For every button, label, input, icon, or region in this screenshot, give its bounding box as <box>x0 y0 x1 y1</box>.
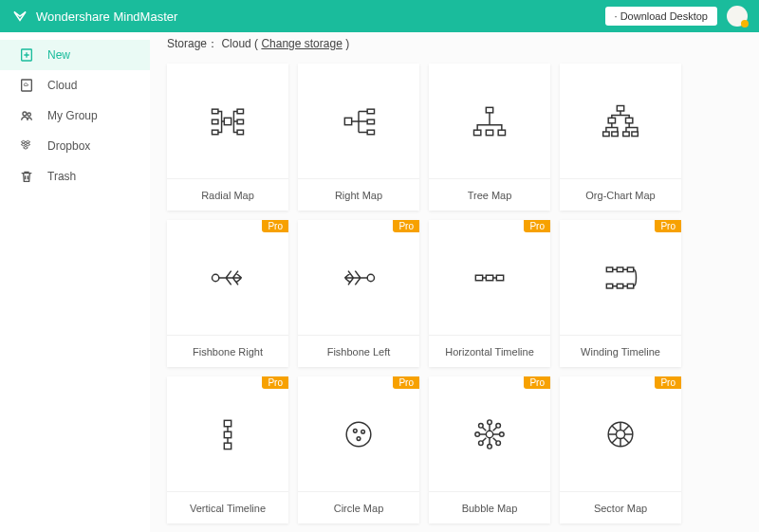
svg-rect-11 <box>344 118 351 124</box>
sidebar-item-cloud[interactable]: Cloud <box>0 70 150 101</box>
svg-rect-14 <box>367 130 374 135</box>
svg-point-3 <box>28 113 30 116</box>
template-card-tree-map[interactable]: Tree Map <box>429 64 550 211</box>
svg-point-40 <box>346 422 371 447</box>
storage-prefix: Storage： <box>167 37 218 50</box>
svg-point-46 <box>488 444 492 449</box>
sidebar-item-label: Trash <box>47 170 76 183</box>
svg-rect-1 <box>22 80 32 91</box>
svg-point-50 <box>496 423 501 428</box>
template-card-fishbone-left[interactable]: Pro Fishbone Left <box>298 220 419 367</box>
template-card-bubble-map[interactable]: Pro Bubble Map <box>429 376 550 523</box>
svg-rect-28 <box>475 275 482 281</box>
template-card-horizontal-timeline[interactable]: Pro Horizontal Timeline <box>429 220 550 367</box>
template-card-fishbone-right[interactable]: Pro Fishbone Right <box>167 220 288 367</box>
template-grid: Radial Map Right Map Tree Map Org-Chart … <box>167 64 742 523</box>
bubble-map-icon <box>429 376 550 491</box>
template-label: Fishbone Left <box>298 335 419 367</box>
template-card-radial-map[interactable]: Radial Map <box>167 64 288 211</box>
svg-point-49 <box>479 423 484 428</box>
template-label: Bubble Map <box>429 491 550 523</box>
svg-rect-22 <box>603 132 609 137</box>
svg-rect-15 <box>486 107 492 113</box>
radial-map-icon <box>167 64 288 178</box>
svg-rect-30 <box>496 275 503 281</box>
sidebar-item-mygroup[interactable]: My Group <box>0 101 150 131</box>
logo-icon <box>11 8 28 25</box>
template-label: Radial Map <box>167 178 288 211</box>
sidebar-item-dropbox[interactable]: Dropbox <box>0 131 150 161</box>
svg-point-44 <box>486 431 492 437</box>
svg-rect-17 <box>486 130 492 136</box>
template-label: Sector Map <box>560 491 681 523</box>
sidebar: New Cloud My Group Dropbox Trash <box>0 32 150 532</box>
svg-rect-4 <box>224 118 231 124</box>
download-desktop-button[interactable]: · Download Desktop <box>605 7 717 26</box>
dropbox-icon <box>19 138 34 154</box>
template-label: Tree Map <box>429 178 550 211</box>
svg-rect-18 <box>498 130 505 136</box>
tree-map-icon <box>429 64 550 178</box>
cloud-icon <box>19 78 34 93</box>
svg-rect-20 <box>608 118 615 122</box>
svg-rect-10 <box>237 130 243 135</box>
change-storage-link[interactable]: Change storage <box>261 37 342 50</box>
horizontal-timeline-icon <box>429 220 550 335</box>
template-card-vertical-timeline[interactable]: Pro Vertical Timeline <box>167 376 288 523</box>
pro-badge: Pro <box>524 220 550 232</box>
avatar[interactable] <box>727 6 748 27</box>
svg-rect-38 <box>224 431 231 437</box>
svg-rect-23 <box>612 132 618 137</box>
svg-rect-9 <box>237 119 243 124</box>
sector-map-icon <box>560 376 681 491</box>
svg-rect-24 <box>623 132 629 137</box>
svg-point-26 <box>213 274 219 281</box>
svg-rect-8 <box>237 109 243 114</box>
svg-point-27 <box>367 274 374 281</box>
template-label: Org-Chart Map <box>560 178 681 211</box>
template-card-orgchart-map[interactable]: Org-Chart Map <box>560 64 681 211</box>
svg-rect-7 <box>213 130 218 135</box>
svg-point-48 <box>500 431 505 436</box>
pro-badge: Pro <box>393 376 419 389</box>
storage-location: Cloud <box>221 37 250 50</box>
svg-rect-39 <box>224 443 231 449</box>
svg-rect-19 <box>617 105 623 111</box>
brand-label: Wondershare MindMaster <box>36 9 177 24</box>
sidebar-item-label: Dropbox <box>47 139 90 153</box>
sidebar-item-new[interactable]: New <box>0 40 150 70</box>
storage-line: Storage： Cloud ( Change storage ) <box>167 32 742 64</box>
template-card-sector-map[interactable]: Pro Sector Map <box>560 376 681 523</box>
svg-rect-29 <box>486 275 492 281</box>
svg-rect-36 <box>627 284 633 288</box>
pro-badge: Pro <box>655 220 681 232</box>
brand: Wondershare MindMaster <box>11 8 177 25</box>
svg-point-41 <box>354 429 358 432</box>
svg-point-2 <box>23 112 27 116</box>
app-header: Wondershare MindMaster · Download Deskto… <box>0 0 759 32</box>
pro-badge: Pro <box>524 376 550 389</box>
group-icon <box>19 108 34 123</box>
vertical-timeline-icon <box>167 376 288 491</box>
svg-rect-6 <box>213 119 218 124</box>
template-card-right-map[interactable]: Right Map <box>298 64 419 211</box>
svg-point-47 <box>475 431 480 436</box>
svg-rect-21 <box>626 118 633 122</box>
pro-badge: Pro <box>393 220 419 232</box>
sidebar-item-label: New <box>47 48 70 62</box>
sidebar-item-trash[interactable]: Trash <box>0 161 150 192</box>
winding-timeline-icon <box>560 220 681 335</box>
svg-point-42 <box>361 430 365 433</box>
svg-point-54 <box>616 430 624 438</box>
template-label: Right Map <box>298 178 419 211</box>
template-card-circle-map[interactable]: Pro Circle Map <box>298 376 419 523</box>
svg-rect-16 <box>474 130 481 136</box>
fishbone-left-icon <box>298 220 419 335</box>
pro-badge: Pro <box>262 376 288 389</box>
template-card-winding-timeline[interactable]: Pro Winding Timeline <box>560 220 681 367</box>
fishbone-right-icon <box>167 220 288 335</box>
svg-rect-34 <box>606 284 612 288</box>
svg-rect-37 <box>224 420 231 426</box>
svg-point-52 <box>496 440 501 445</box>
trash-icon <box>19 169 34 184</box>
